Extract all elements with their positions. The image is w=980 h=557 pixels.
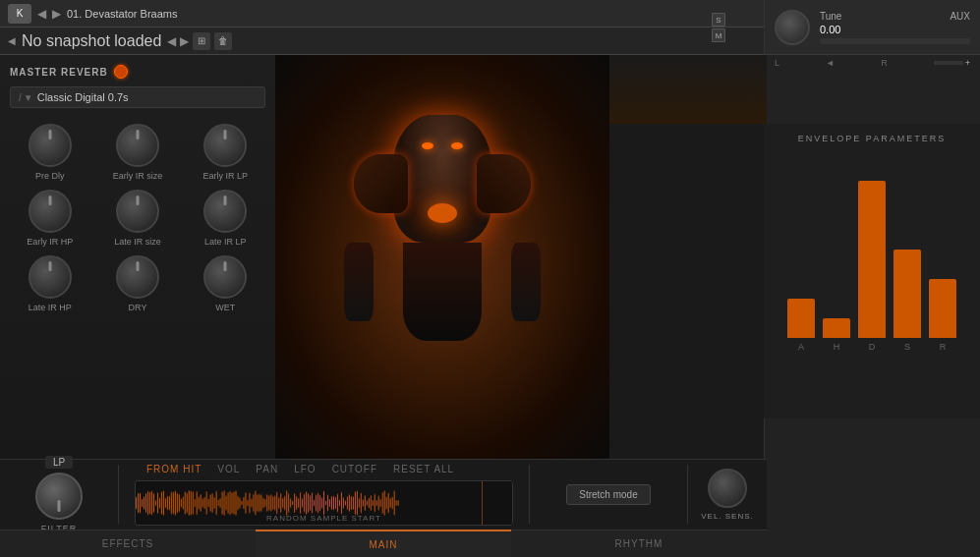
- pan-btn[interactable]: PAN: [256, 464, 278, 474]
- reverb-knob[interactable]: [29, 190, 72, 233]
- tune-value: 0.00: [820, 24, 970, 35]
- right-panel: Tune AUX 0.00 L ◄ R + ENVELOPE PARAMETER…: [764, 0, 980, 557]
- envelope-title: ENVELOPE PARAMETERS: [774, 134, 970, 143]
- main-controls: FROM HIT VOL PAN LFO CUTOFF RESET ALL RA…: [119, 460, 529, 529]
- knob-label: Late IR LP: [204, 237, 247, 248]
- prev-arrow[interactable]: ◀: [37, 7, 46, 21]
- tune-info: Tune AUX 0.00: [820, 11, 970, 44]
- env-bar: [823, 318, 850, 338]
- env-bar-item: H: [823, 318, 850, 352]
- tune-label: Tune: [820, 11, 841, 22]
- snapshot-label: No snapshot loaded: [22, 32, 161, 50]
- waveform-line: [482, 481, 483, 525]
- snapshot-prev[interactable]: ◀: [167, 34, 176, 48]
- vel-knob[interactable]: [708, 469, 747, 508]
- knob-item: DRY: [97, 255, 177, 313]
- filter-section: LP FILTER: [0, 448, 118, 541]
- master-reverb-header: MASTER REVERB: [10, 65, 265, 79]
- snapshot-text: ◀: [8, 35, 16, 46]
- filter-type: LP: [45, 456, 73, 469]
- reverb-knob[interactable]: [116, 190, 159, 233]
- knob-item: Early IR HP: [10, 190, 89, 248]
- knob-label: Late IR HP: [29, 303, 72, 313]
- env-bar-item: R: [929, 279, 956, 352]
- reset-all-btn[interactable]: RESET ALL: [393, 464, 454, 474]
- knob-grid: Pre Dly Early IR size Early IR LP Early …: [10, 124, 265, 312]
- bottom-tab-main[interactable]: MAIN: [256, 529, 511, 557]
- envelope-panel: ENVELOPE PARAMETERS A H D S R: [764, 124, 980, 418]
- knob-label: Pre Dly: [35, 171, 65, 182]
- from-hit-btn[interactable]: FROM HIT: [146, 464, 202, 474]
- lfo-btn[interactable]: LFO: [294, 464, 316, 474]
- master-reverb-power[interactable]: [114, 65, 128, 79]
- env-bar: [858, 181, 886, 338]
- env-bar: [894, 250, 921, 338]
- second-bar-controls: ◀ ▶ ⊞ 🗑: [167, 32, 232, 50]
- waveform-display: RANDOM SAMPLE START: [135, 480, 513, 526]
- env-bar-label: H: [834, 342, 840, 352]
- next-arrow[interactable]: ▶: [52, 7, 61, 21]
- knob-item: WET: [186, 255, 265, 313]
- reverb-knob[interactable]: [203, 190, 247, 233]
- logo-text: K: [17, 8, 24, 19]
- artwork-area: [275, 55, 609, 459]
- env-bar-label: A: [798, 342, 804, 352]
- cutoff-btn[interactable]: CUTOFF: [332, 464, 377, 474]
- reverb-knob[interactable]: [116, 255, 159, 299]
- env-bar-label: S: [904, 342, 910, 352]
- reverb-knob[interactable]: [29, 255, 72, 299]
- knob-label: Late IR size: [114, 237, 161, 248]
- filter-knob[interactable]: [35, 473, 83, 520]
- knob-item: Late IR HP: [10, 255, 89, 313]
- vol-btn[interactable]: VOL: [217, 464, 240, 474]
- env-bar: [929, 279, 956, 338]
- bottom-tab-rhythm[interactable]: RHYTHM: [511, 529, 767, 557]
- envelope-bars: A H D S R: [774, 155, 970, 352]
- aux-label: AUX: [950, 11, 970, 22]
- reverb-knob[interactable]: [116, 124, 159, 167]
- preset-row[interactable]: / ▼ Classic Digital 0.7s: [10, 86, 265, 108]
- knob-label: WET: [215, 303, 235, 313]
- bottom-section: LP FILTER FROM HIT VOL PAN LFO CUTOFF RE…: [0, 459, 767, 557]
- snapshot-next[interactable]: ▶: [180, 34, 189, 48]
- snapshot-icon[interactable]: ⊞: [193, 32, 210, 50]
- env-bar-item: A: [787, 299, 815, 352]
- knob-item: Early IR LP: [186, 124, 265, 182]
- sample-label: RANDOM SAMPLE START: [266, 514, 381, 523]
- controls-row: LP FILTER FROM HIT VOL PAN LFO CUTOFF RE…: [0, 459, 767, 529]
- s-button[interactable]: S: [712, 13, 725, 27]
- stretch-mode-button[interactable]: Stretch mode: [566, 484, 650, 505]
- reverb-knob[interactable]: [203, 124, 247, 167]
- knob-item: Late IR LP: [186, 190, 265, 248]
- tune-knob[interactable]: [775, 10, 810, 45]
- vel-label: VEL. SENS.: [701, 512, 754, 521]
- left-panel: MASTER REVERB / ▼ Classic Digital 0.7s P…: [0, 55, 275, 459]
- reverb-knob[interactable]: [29, 124, 72, 167]
- env-bar-item: S: [894, 250, 921, 352]
- knob-item: Late IR size: [97, 190, 177, 248]
- preset-name: Classic Digital 0.7s: [37, 91, 257, 103]
- preset-right-arrow[interactable]: ▼: [24, 92, 33, 103]
- knob-label: DRY: [129, 303, 147, 313]
- preset-arrows: / ▼: [19, 92, 33, 103]
- bottom-tabs: EFFECTSMAINRHYTHM: [0, 529, 767, 557]
- meter-area: +: [934, 58, 970, 68]
- preset-left-arrow[interactable]: /: [19, 92, 22, 103]
- vel-section: VEL. SENS.: [688, 461, 767, 529]
- plus-btn[interactable]: +: [965, 58, 970, 68]
- app-logo: K: [8, 4, 31, 24]
- knob-item: Early IR size: [97, 124, 177, 182]
- m-button[interactable]: M: [712, 28, 725, 42]
- reverb-knob[interactable]: [203, 255, 247, 299]
- controls-buttons: FROM HIT VOL PAN LFO CUTOFF RESET ALL: [127, 464, 521, 474]
- stretch-mode-area: Stretch mode: [530, 484, 687, 505]
- bottom-tab-effects[interactable]: EFFECTS: [0, 529, 256, 557]
- tune-bar: [820, 38, 970, 44]
- knob-label: Early IR HP: [27, 237, 73, 248]
- knob-label: Early IR size: [113, 171, 163, 182]
- knob-item: Pre Dly: [10, 124, 89, 182]
- sm-button-area: S M: [708, 0, 729, 55]
- env-bar-label: D: [869, 342, 876, 352]
- delete-icon[interactable]: 🗑: [214, 32, 232, 50]
- l-label: L: [775, 58, 779, 68]
